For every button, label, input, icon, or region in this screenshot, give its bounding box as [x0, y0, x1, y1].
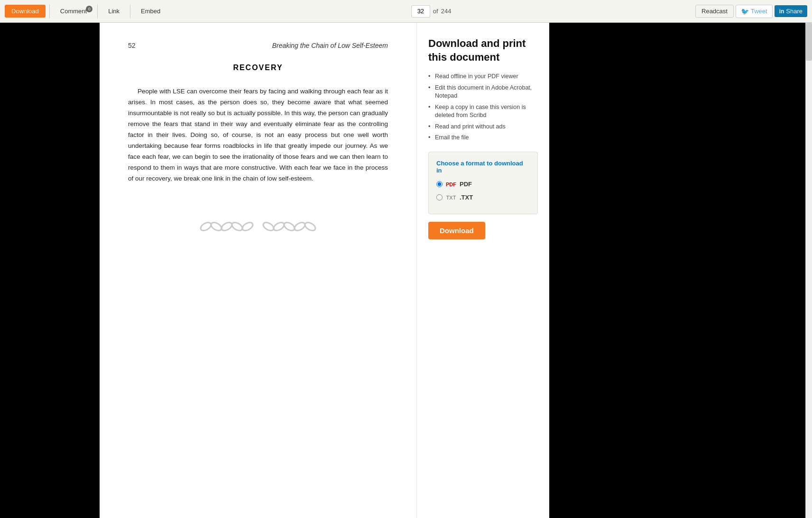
txt-radio[interactable] [436, 194, 443, 200]
format-heading: Choose a format to download in [436, 160, 530, 174]
separator-3 [130, 4, 130, 18]
benefit-5: Email the file [428, 134, 538, 142]
page-separator: of [433, 8, 438, 15]
svg-point-0 [199, 221, 212, 232]
twitter-icon: 🐦 [741, 8, 749, 15]
download-button[interactable]: Download [5, 5, 46, 18]
pdf-label[interactable]: PDF [460, 181, 472, 188]
separator-2 [97, 4, 98, 18]
body-text: People with LSE can overcome their fears… [128, 86, 388, 184]
page-total: 244 [441, 8, 452, 15]
tweet-button[interactable]: 🐦 Tweet [736, 5, 773, 18]
chain-image [128, 212, 388, 241]
benefit-4: Read and print without ads [428, 123, 538, 131]
pdf-icon: PDF [446, 180, 456, 189]
tweet-label: Tweet [751, 8, 767, 15]
txt-icon: TXT [446, 193, 456, 202]
left-panel [0, 23, 100, 518]
format-option-pdf: PDF PDF [436, 180, 530, 189]
svg-point-2 [220, 221, 233, 232]
page-header: 52 Breaking the Chain of Low Self-Esteem [128, 42, 388, 49]
readcast-button[interactable]: Readcast [695, 5, 734, 18]
svg-point-9 [304, 221, 317, 232]
page-nav: of 244 [411, 5, 452, 18]
txt-label[interactable]: .TXT [460, 194, 473, 201]
svg-point-8 [293, 221, 306, 232]
benefit-1: Read offline in your PDF viewer [428, 73, 538, 81]
benefit-2: Edit this document in Adobe Acrobat, Not… [428, 84, 538, 100]
download-panel: Download and print this document Read of… [416, 23, 549, 518]
benefits-list: Read offline in your PDF viewer Edit thi… [428, 73, 538, 142]
comment-badge: 0 [86, 6, 92, 12]
document-page: 52 Breaking the Chain of Low Self-Esteem… [100, 23, 416, 518]
pdf-radio[interactable] [436, 181, 443, 187]
chain-svg [196, 212, 320, 241]
benefit-3: Keep a copy in case this version is dele… [428, 103, 538, 120]
format-option-txt: TXT .TXT [436, 193, 530, 202]
svg-point-7 [283, 221, 296, 232]
embed-button[interactable]: Embed [134, 5, 167, 18]
toolbar: Download Comment 0 Link Embed of 244 Rea… [0, 0, 812, 23]
svg-point-4 [241, 221, 254, 232]
share-label: Share [786, 8, 803, 15]
page-input[interactable] [411, 5, 430, 18]
doc-page-title: Breaking the Chain of Low Self-Esteem [272, 42, 388, 49]
comment-label: Comment [60, 8, 87, 15]
panel-download-button[interactable]: Download [428, 222, 485, 239]
doc-page-number: 52 [128, 42, 136, 49]
scrollbar-track[interactable] [805, 23, 812, 518]
svg-point-6 [272, 221, 286, 232]
main-content: 52 Breaking the Chain of Low Self-Esteem… [0, 23, 812, 518]
download-panel-title: Download and print this document [428, 37, 538, 64]
comment-button[interactable]: Comment 0 [54, 5, 93, 18]
right-black-panel [549, 23, 812, 518]
svg-point-1 [210, 221, 223, 232]
separator-1 [49, 4, 50, 18]
format-section: Choose a format to download in PDF PDF T… [428, 152, 538, 214]
link-button[interactable]: Link [102, 5, 126, 18]
chapter-title: RECOVERY [128, 64, 388, 72]
svg-point-5 [262, 221, 275, 232]
scrollbar-thumb[interactable] [806, 23, 812, 61]
svg-point-3 [231, 221, 244, 232]
share-button[interactable]: in Share [775, 5, 807, 17]
linkedin-icon: in [779, 8, 784, 15]
